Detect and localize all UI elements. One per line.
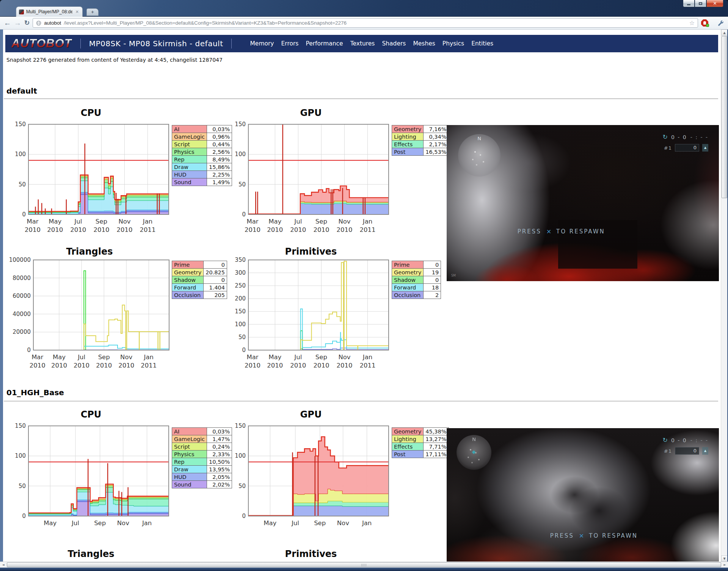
section-heading-hgh-base: 01_HGH_Base (6, 388, 64, 397)
svg-text:100: 100 (235, 151, 246, 158)
vertical-scroll-thumb[interactable] (722, 36, 727, 198)
legend-cpu-default: AI0,03%GameLogic0,96%Script0,44%Physics2… (172, 125, 232, 186)
back-button[interactable]: ← (4, 19, 11, 27)
scroll-down-arrow[interactable]: ▼ (721, 555, 728, 562)
svg-text:150: 150 (235, 121, 246, 128)
new-tab-button[interactable]: + (86, 8, 99, 16)
nav-physics[interactable]: Physics (442, 40, 464, 47)
autobot-logo: AUTOBOT (11, 37, 72, 50)
svg-text:Jan: Jan (144, 354, 154, 361)
legend-row: GameLogic0,96% (172, 133, 232, 141)
svg-text:Mar: Mar (247, 354, 259, 361)
url-domain: autobot (44, 20, 61, 26)
scroll-up-arrow[interactable]: ▲ (721, 30, 728, 36)
svg-text:2010: 2010 (313, 362, 329, 369)
adblock-badge (706, 24, 709, 27)
svg-text:Nov: Nov (120, 354, 132, 361)
settings-wrench-icon[interactable] (717, 20, 724, 27)
legend-row: HUD2,25% (172, 171, 232, 178)
nav-textures[interactable]: Textures (350, 40, 375, 47)
site-header: AUTOBOT MP08SK - MP08 Skirmish - default… (5, 35, 718, 52)
svg-text:150: 150 (15, 422, 26, 429)
vertical-scrollbar[interactable]: ▲ ▼ (721, 30, 727, 562)
svg-text:May: May (44, 519, 56, 527)
svg-text:Nov: Nov (337, 519, 349, 527)
minimap-dots (474, 151, 476, 153)
chart-cpu-hgh: 050100150MayJulSepNovJan (9, 422, 173, 532)
horizontal-scrollbar[interactable]: ◄ ► (0, 562, 728, 568)
respawn-prompt: PRESS ✕ TO RESPAWN (518, 228, 605, 235)
legend-row: Prime0 (172, 261, 227, 269)
svg-text:150: 150 (235, 422, 246, 429)
hud-score: 0 - 0 (671, 134, 687, 140)
scroll-right-arrow[interactable]: ► (722, 562, 728, 568)
svg-text:Sep: Sep (94, 519, 106, 527)
window-controls: ✕ (683, 0, 723, 7)
svg-text:May: May (268, 354, 281, 361)
legend-row: Sound2,02% (172, 481, 232, 488)
bookmark-star-icon[interactable]: ☆ (689, 19, 695, 27)
tab-close-icon[interactable]: ✕ (75, 9, 80, 14)
address-bar[interactable]: autobot/level.aspx?Level=Multi_Player/MP… (33, 18, 698, 28)
svg-text:100: 100 (235, 452, 246, 459)
svg-text:Jul: Jul (71, 519, 79, 527)
title-bar: Multi_Player/MP_08:defa... ✕ + ✕ (0, 0, 728, 17)
nav-entities[interactable]: Entities (471, 40, 493, 47)
close-button[interactable]: ✕ (706, 0, 723, 7)
browser-tab[interactable]: Multi_Player/MP_08:defa... ✕ (16, 6, 83, 17)
svg-text:2010: 2010 (74, 362, 89, 369)
forward-button[interactable]: → (14, 19, 21, 27)
svg-text:200: 200 (235, 295, 246, 302)
legend-row: Prime0 (392, 261, 441, 269)
svg-text:May: May (264, 519, 276, 527)
legend-row: Geometry20.825 (172, 269, 227, 276)
minimize-button[interactable] (683, 0, 695, 7)
window-bottom-edge (0, 568, 728, 571)
legend-row: Geometry7,16% (392, 125, 449, 133)
svg-text:50: 50 (238, 181, 246, 188)
nav-shaders[interactable]: Shaders (382, 40, 406, 47)
svg-text:2010: 2010 (245, 226, 260, 233)
svg-text:2010: 2010 (245, 362, 260, 369)
game-screenshot-2: N ↻ 0 - 0 - : - - #1 0 ▲ (447, 428, 719, 562)
maximize-icon (699, 2, 702, 5)
tab-title: Multi_Player/MP_08:defa... (26, 9, 72, 14)
legend-row: Geometry19 (392, 269, 441, 276)
svg-text:150: 150 (15, 121, 26, 128)
hud-stepper-icon: ▲ (702, 144, 708, 152)
svg-text:0: 0 (242, 347, 246, 354)
svg-text:2010: 2010 (96, 362, 112, 369)
svg-text:2011: 2011 (360, 362, 376, 369)
nav-errors[interactable]: Errors (281, 40, 299, 47)
horizontal-scroll-thumb[interactable] (7, 562, 721, 567)
svg-text:May: May (268, 218, 281, 225)
svg-text:2010: 2010 (47, 226, 63, 233)
legend-row: Lighting0,34% (392, 133, 449, 141)
minimap-player-marker (472, 451, 476, 454)
hud-rank: #1 (664, 145, 672, 151)
svg-text:May: May (53, 354, 66, 361)
nav-meshes[interactable]: Meshes (413, 40, 435, 47)
svg-text:0: 0 (242, 211, 246, 218)
svg-text:2011: 2011 (141, 362, 157, 369)
legend-row: Physics2,33% (172, 451, 232, 458)
legend-row: Physics2,56% (172, 148, 232, 156)
svg-text:Sep: Sep (315, 218, 327, 225)
nav-performance[interactable]: Performance (306, 40, 343, 47)
legend-row: Shadow0 (392, 276, 441, 284)
svg-text:20000: 20000 (13, 329, 31, 335)
page-content: AUTOBOT MP08SK - MP08 Skirmish - default… (3, 30, 721, 562)
nav-memory[interactable]: Memory (250, 40, 274, 47)
svg-text:Sep: Sep (315, 354, 327, 361)
reload-button[interactable]: ↻ (24, 20, 30, 26)
maximize-button[interactable] (695, 0, 706, 7)
legend-row: Script0,24% (172, 443, 232, 451)
legend-row: GameLogic1,47% (172, 435, 232, 443)
svg-text:Sep: Sep (96, 218, 107, 225)
hud-score: 0 - 0 (671, 437, 687, 443)
legend-row: Forward1.404 (172, 284, 227, 291)
scroll-left-arrow[interactable]: ◄ (0, 562, 6, 568)
hud-stepper-icon: ▲ (702, 447, 708, 455)
legend-row: Post16,53% (392, 148, 449, 156)
svg-text:2010: 2010 (117, 226, 133, 233)
